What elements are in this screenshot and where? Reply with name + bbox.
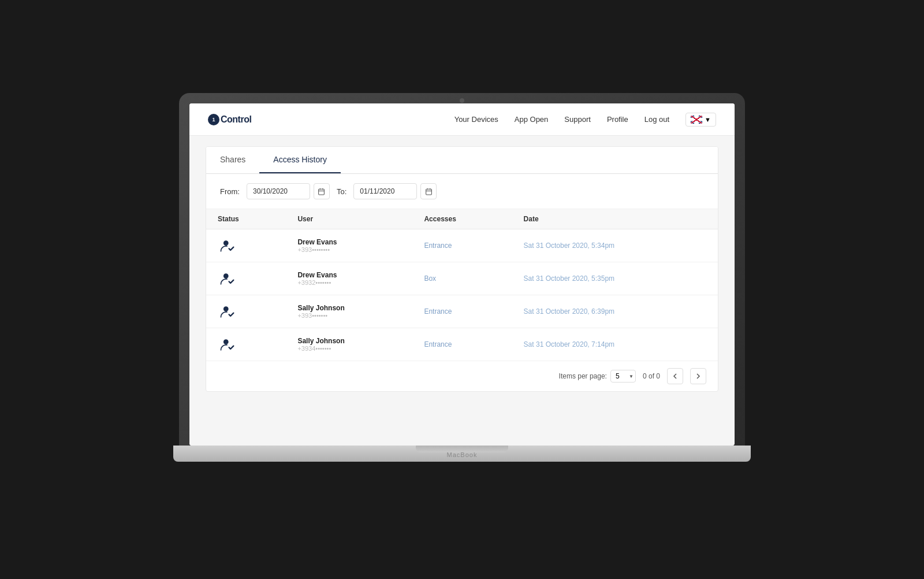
- laptop-notch: [416, 446, 508, 452]
- table-row: Drew Evans +3932••••••• BoxSat 31 Octobe…: [206, 262, 718, 295]
- user-phone: +393••••••••: [297, 246, 401, 253]
- laptop-screen: 1 Control Your Devices App Open Support …: [189, 103, 735, 446]
- next-page-button[interactable]: [690, 368, 706, 384]
- app-header: 1 Control Your Devices App Open Support …: [189, 103, 735, 136]
- date-cell: Sat 31 October 2020, 5:35pm: [512, 262, 718, 295]
- from-date-wrap: [247, 183, 330, 199]
- status-cell: [206, 295, 286, 328]
- to-date-wrap: [353, 183, 437, 199]
- to-date-input[interactable]: [353, 183, 417, 199]
- calendar-icon: [318, 188, 325, 195]
- laptop-wrapper: 1 Control Your Devices App Open Support …: [173, 93, 751, 486]
- nav-logout[interactable]: Log out: [644, 115, 669, 124]
- calendar-icon: [425, 188, 433, 195]
- date-text: Sat 31 October 2020, 5:34pm: [524, 242, 614, 250]
- content-card: Shares Access History From:: [206, 146, 718, 392]
- col-date: Date: [512, 209, 718, 229]
- tab-access-history[interactable]: Access History: [259, 147, 341, 173]
- language-button[interactable]: ▼: [685, 113, 716, 127]
- user-check-icon: [219, 336, 235, 352]
- items-per-page: Items per page: 5 10 25 50 ▼: [559, 370, 636, 383]
- app-content: Shares Access History From:: [189, 136, 735, 446]
- user-name: Drew Evans: [297, 271, 401, 279]
- col-user: User: [286, 209, 412, 229]
- svg-rect-4: [426, 189, 431, 195]
- date-cell: Sat 31 October 2020, 5:34pm: [512, 229, 718, 262]
- user-status-icon: [218, 335, 236, 354]
- col-status: Status: [206, 209, 286, 229]
- user-name: Sally Johnson: [297, 337, 401, 345]
- access-type: Entrance: [424, 340, 452, 348]
- table-row: Sally Johnson +3934••••••• EntranceSat 3…: [206, 328, 718, 361]
- pagination-bar: Items per page: 5 10 25 50 ▼: [206, 361, 718, 391]
- svg-point-8: [223, 240, 229, 246]
- date-cell: Sat 31 October 2020, 7:14pm: [512, 328, 718, 361]
- laptop-camera: [460, 98, 464, 103]
- lang-label: ▼: [705, 116, 711, 123]
- nav-profile[interactable]: Profile: [607, 115, 628, 124]
- date-cell: Sat 31 October 2020, 6:39pm: [512, 295, 718, 328]
- to-label: To:: [337, 187, 346, 196]
- svg-point-11: [223, 339, 229, 344]
- svg-rect-0: [319, 189, 325, 195]
- nav-app-open[interactable]: App Open: [515, 115, 549, 124]
- from-label: From:: [220, 187, 240, 196]
- laptop-base: MacBook: [173, 446, 751, 462]
- access-type: Box: [424, 274, 436, 283]
- access-cell: Entrance: [412, 328, 512, 361]
- user-check-icon: [219, 237, 235, 254]
- user-status-icon: [218, 236, 236, 255]
- filter-bar: From: T: [206, 174, 718, 209]
- user-status-icon: [218, 302, 236, 321]
- svg-point-10: [223, 306, 229, 311]
- user-cell: Sally Johnson +3934•••••••: [286, 328, 412, 361]
- table-row: Sally Johnson +393••••••• EntranceSat 31…: [206, 295, 718, 328]
- items-per-page-label: Items per page:: [559, 372, 607, 380]
- user-phone: +3932•••••••: [297, 279, 401, 286]
- user-phone: +393•••••••: [297, 312, 401, 319]
- flag-uk-icon: [691, 116, 702, 124]
- laptop-screen-border: 1 Control Your Devices App Open Support …: [179, 93, 745, 446]
- table-row: Drew Evans +393•••••••• EntranceSat 31 O…: [206, 229, 718, 262]
- user-check-icon: [219, 270, 235, 287]
- user-status-icon: [218, 269, 236, 288]
- nav-support[interactable]: Support: [564, 115, 591, 124]
- access-cell: Entrance: [412, 229, 512, 262]
- access-cell: Entrance: [412, 295, 512, 328]
- app-logo: 1 Control: [208, 114, 251, 125]
- user-cell: Sally Johnson +393•••••••: [286, 295, 412, 328]
- tab-shares[interactable]: Shares: [206, 147, 259, 173]
- user-name: Sally Johnson: [297, 304, 401, 312]
- col-accesses: Accesses: [412, 209, 512, 229]
- per-page-select[interactable]: 5 10 25 50: [610, 370, 636, 383]
- per-page-wrap: 5 10 25 50 ▼: [610, 370, 636, 383]
- access-cell: Box: [412, 262, 512, 295]
- date-text: Sat 31 October 2020, 5:35pm: [524, 274, 614, 283]
- tabs-bar: Shares Access History: [206, 147, 718, 174]
- table-header-row: Status User Accesses Date: [206, 209, 718, 229]
- access-type: Entrance: [424, 307, 452, 316]
- pagination-count: 0 of 0: [643, 372, 660, 380]
- nav-your-devices[interactable]: Your Devices: [454, 115, 498, 124]
- date-text: Sat 31 October 2020, 6:39pm: [524, 307, 614, 316]
- app-nav: Your Devices App Open Support Profile Lo…: [454, 113, 716, 127]
- from-calendar-button[interactable]: [314, 183, 330, 199]
- chevron-right-icon: [696, 373, 701, 380]
- from-date-input[interactable]: [247, 183, 310, 199]
- access-history-table: Status User Accesses Date: [206, 209, 718, 361]
- to-calendar-button[interactable]: [420, 183, 437, 199]
- user-name: Drew Evans: [297, 238, 401, 246]
- logo-text: Control: [221, 114, 251, 125]
- logo-circle: 1: [208, 114, 219, 125]
- status-cell: [206, 262, 286, 295]
- user-check-icon: [219, 303, 235, 320]
- status-cell: [206, 328, 286, 361]
- user-cell: Drew Evans +3932•••••••: [286, 262, 412, 295]
- status-cell: [206, 229, 286, 262]
- chevron-left-icon: [673, 373, 677, 380]
- access-type: Entrance: [424, 242, 452, 250]
- date-text: Sat 31 October 2020, 7:14pm: [524, 340, 614, 348]
- prev-page-button[interactable]: [667, 368, 683, 384]
- user-phone: +3934•••••••: [297, 345, 401, 352]
- user-cell: Drew Evans +393••••••••: [286, 229, 412, 262]
